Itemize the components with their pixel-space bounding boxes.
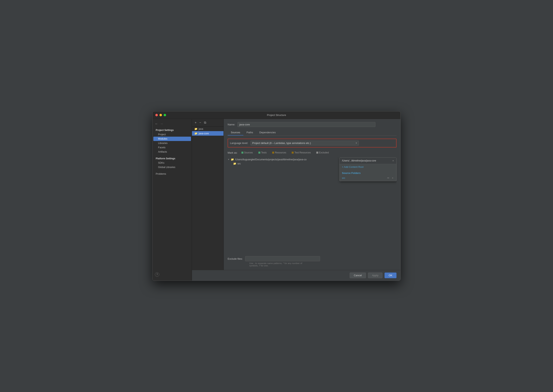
resources-dot-icon [272,152,274,154]
collapse-icon: ▼ [228,158,230,161]
name-input[interactable] [237,122,375,127]
sidebar-item-project[interactable]: Project [152,132,192,137]
tab-sources[interactable]: Sources [228,130,243,135]
cancel-button[interactable]: Cancel [350,273,366,278]
window-title: Project Structure [267,114,286,117]
root-folder-icon: 📁 [231,158,234,161]
exclude-section: Exclude files: Use ; to separate name pa… [228,253,396,267]
tab-dependencies[interactable]: Dependencies [256,130,279,135]
popup-src-item: src ✏ × [342,176,394,180]
src-folder-icon: 📁 [233,162,236,165]
mark-resources-label: Resources [275,151,286,154]
tabs-row: Sources Paths Dependencies [228,130,396,135]
name-row: Name: [228,122,396,127]
module-toolbar: + − ⧉ [192,119,223,126]
popup-src-name: src [342,177,345,179]
mark-as-row: Mark as: Sources Tests Resources [228,151,396,154]
titlebar: Project Structure [152,112,401,119]
sidebar-item-facets[interactable]: Facets [152,145,192,150]
mark-as-label: Mark as: [228,151,237,154]
sidebar-item-global-libraries[interactable]: Global Libraries [152,165,192,169]
sidebar-item-sdks[interactable]: SDKs [152,161,192,165]
sidebar: ← → Project Settings Project Modules Lib… [152,119,192,280]
java-folder-icon: 📁 [194,127,197,130]
tab-paths[interactable]: Paths [243,130,256,135]
content-root-popup: /Users/...ittimeline/java/java-core × + … [339,157,396,181]
popup-path-label: /Users/...ittimeline/java/java-core [342,159,376,162]
exclude-files-input[interactable] [245,256,320,261]
project-settings-header: Project Settings [152,127,192,132]
sidebar-item-libraries[interactable]: Libraries [152,141,192,145]
language-level-select-wrapper: Project default (8 – Lambdas, type annot… [250,140,359,146]
sidebar-item-problems[interactable]: Problems [152,172,192,176]
mark-excluded-label: Excluded [319,151,329,154]
language-level-row: Language level: Project default (8 – Lam… [228,139,396,147]
sidebar-item-modules[interactable]: Modules [153,137,191,141]
exclude-hint: Use ; to separate name patterns, * for a… [249,262,396,267]
mark-sources-label: Sources [244,151,253,154]
module-tree-panel: + − ⧉ 📁 java 📁 java-core [192,119,224,270]
mark-tests-label: Tests [261,151,267,154]
exclude-files-label: Exclude files: [228,257,243,260]
edit-src-button[interactable]: ✏ [387,176,390,180]
close-button[interactable] [155,114,158,116]
src-folder-label: src [237,162,241,165]
java-core-folder-icon: 📁 [194,132,197,135]
tests-dot-icon [258,152,260,154]
back-arrow-icon[interactable]: ← [155,122,158,126]
root-path-text: /Users/liuguanglei/Documents/projects/ja… [235,158,307,161]
mark-tests-button[interactable]: Tests [257,151,268,154]
excluded-dot-icon [316,152,318,154]
split-area: + − ⧉ 📁 java 📁 java-core [192,119,401,270]
remove-module-button[interactable]: − [199,120,202,125]
forward-arrow-icon[interactable]: → [160,122,163,126]
platform-settings-header: Platform Settings [152,156,192,161]
file-tree-area: ▼ 📁 /Users/liuguanglei/Documents/project… [228,157,396,253]
traffic-lights [155,114,166,116]
popup-source-folders-section: Source Folders src ✏ × [339,170,396,181]
java-module-label: java [199,128,203,130]
mark-test-resources-button[interactable]: Test Resources [290,151,312,154]
sidebar-bottom: ? [152,271,192,278]
language-level-label: Language level: [230,142,248,145]
minimize-button[interactable] [159,114,162,116]
bottom-bar: Cancel Apply OK [192,270,401,280]
help-button[interactable]: ? [155,272,159,277]
sidebar-item-artifacts[interactable]: Artifacts [152,150,192,154]
copy-module-button[interactable]: ⧉ [203,120,207,125]
detail-panel: Name: Sources Paths Dependencies Languag… [224,119,401,270]
java-core-module-label: java-core [199,132,209,135]
mark-excluded-button[interactable]: Excluded [315,151,330,154]
maximize-button[interactable] [164,114,166,116]
remove-src-button[interactable]: × [391,176,394,180]
content-area: ← → Project Settings Project Modules Lib… [152,119,401,280]
add-root-label: + Add Content Root [342,166,363,168]
add-module-button[interactable]: + [194,120,197,125]
module-tree-java-core[interactable]: 📁 java-core [192,131,223,136]
mark-resources-button[interactable]: Resources [270,151,288,154]
sources-dot-icon [242,152,243,154]
source-folders-title: Source Folders [342,172,394,175]
module-tree-java[interactable]: 📁 java [192,126,223,131]
name-label: Name: [228,123,235,126]
ok-button[interactable]: OK [385,273,396,278]
apply-button[interactable]: Apply [368,273,383,278]
popup-close-button[interactable]: × [392,159,394,162]
test-resources-dot-icon [292,152,294,154]
mark-test-resources-label: Test Resources [294,151,311,154]
exclude-row: Exclude files: [228,256,396,261]
popup-src-actions: ✏ × [387,176,394,180]
popup-header: /Users/...ittimeline/java/java-core × [339,158,396,164]
mark-sources-button[interactable]: Sources [240,151,255,154]
main-area: + − ⧉ 📁 java 📁 java-core [192,119,401,280]
language-level-select[interactable]: Project default (8 – Lambdas, type annot… [250,140,359,146]
add-content-root-button[interactable]: + Add Content Root [339,164,396,170]
project-structure-window: Project Structure ← → Project Settings P… [152,111,401,281]
